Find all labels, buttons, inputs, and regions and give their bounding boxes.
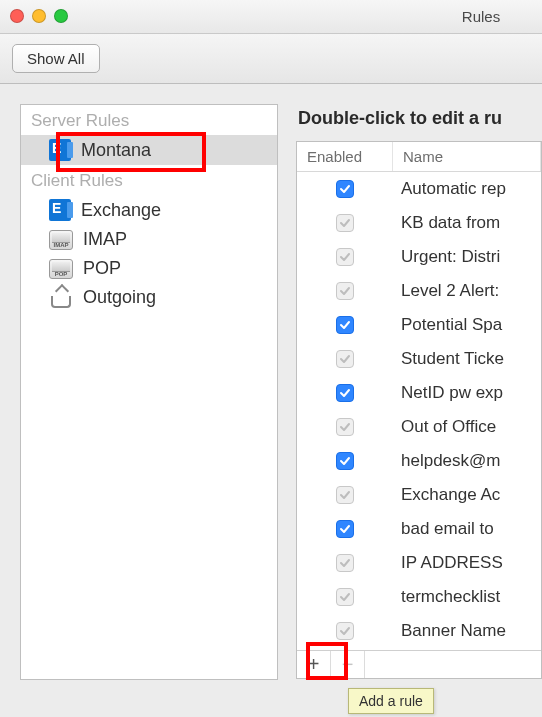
rules-footer: + −	[297, 650, 541, 678]
rule-row[interactable]: Out of Office	[297, 410, 541, 444]
rule-name: Potential Spa	[393, 315, 541, 335]
rule-name: Student Ticke	[393, 349, 541, 369]
rule-row[interactable]: helpdesk@m	[297, 444, 541, 478]
rule-row[interactable]: Potential Spa	[297, 308, 541, 342]
window-title: Rules	[0, 8, 542, 25]
rules-sidebar: Server Rules Montana Client Rules Exchan…	[20, 104, 278, 680]
rule-enabled-checkbox[interactable]	[336, 486, 354, 504]
column-enabled[interactable]: Enabled	[297, 142, 393, 171]
outgoing-icon	[49, 288, 73, 308]
rule-enabled-checkbox[interactable]	[336, 452, 354, 470]
rule-name: KB data from	[393, 213, 541, 233]
rule-enabled-checkbox[interactable]	[336, 554, 354, 572]
sidebar-item-imap[interactable]: IMAP IMAP	[21, 225, 277, 254]
rule-row[interactable]: Urgent: Distri	[297, 240, 541, 274]
rule-row[interactable]: Student Ticke	[297, 342, 541, 376]
sidebar-item-exchange[interactable]: Exchange	[21, 195, 277, 225]
rule-row[interactable]: Automatic rep	[297, 172, 541, 206]
rule-row[interactable]: KB data from	[297, 206, 541, 240]
rule-enabled-checkbox[interactable]	[336, 248, 354, 266]
window-traffic-lights	[10, 9, 68, 23]
rule-row[interactable]: termchecklist	[297, 580, 541, 614]
rule-enabled-checkbox[interactable]	[336, 622, 354, 640]
mail-icon: POP	[49, 259, 73, 279]
window-titlebar: Rules	[0, 0, 542, 34]
sidebar-item-pop[interactable]: POP POP	[21, 254, 277, 283]
rule-name: Banner Name	[393, 621, 541, 641]
rule-name: IP ADDRESS	[393, 553, 541, 573]
rule-row[interactable]: NetID pw exp	[297, 376, 541, 410]
rule-name: Exchange Ac	[393, 485, 541, 505]
rules-heading: Double-click to edit a ru	[296, 104, 542, 141]
sidebar-item-outgoing[interactable]: Outgoing	[21, 283, 277, 312]
exchange-icon	[49, 139, 71, 161]
rule-row[interactable]: IP ADDRESS	[297, 546, 541, 580]
rule-enabled-checkbox[interactable]	[336, 520, 354, 538]
sidebar-item-label: POP	[83, 258, 121, 279]
rule-enabled-checkbox[interactable]	[336, 214, 354, 232]
sidebar-item-label: Montana	[81, 140, 151, 161]
rule-name: Level 2 Alert:	[393, 281, 541, 301]
rule-name: Automatic rep	[393, 179, 541, 199]
rule-row[interactable]: bad email to	[297, 512, 541, 546]
sidebar-item-label: IMAP	[83, 229, 127, 250]
rule-name: bad email to	[393, 519, 541, 539]
rules-main: Double-click to edit a ru Enabled Name A…	[296, 104, 542, 717]
mail-icon: IMAP	[49, 230, 73, 250]
sidebar-item-montana[interactable]: Montana	[21, 135, 277, 165]
rule-enabled-checkbox[interactable]	[336, 282, 354, 300]
toolbar: Show All	[0, 34, 542, 84]
client-rules-header: Client Rules	[21, 165, 277, 195]
rule-enabled-checkbox[interactable]	[336, 384, 354, 402]
rule-enabled-checkbox[interactable]	[336, 350, 354, 368]
rule-enabled-checkbox[interactable]	[336, 180, 354, 198]
sidebar-item-label: Outgoing	[83, 287, 156, 308]
rule-row[interactable]: Level 2 Alert:	[297, 274, 541, 308]
rules-table: Enabled Name Automatic repKB data fromUr…	[296, 141, 542, 679]
rule-enabled-checkbox[interactable]	[336, 418, 354, 436]
rules-table-body: Automatic repKB data fromUrgent: DistriL…	[297, 172, 541, 650]
zoom-window-button[interactable]	[54, 9, 68, 23]
close-window-button[interactable]	[10, 9, 24, 23]
show-all-button[interactable]: Show All	[12, 44, 100, 73]
column-name[interactable]: Name	[393, 142, 541, 171]
rule-name: termchecklist	[393, 587, 541, 607]
rules-table-header: Enabled Name	[297, 142, 541, 172]
rule-name: helpdesk@m	[393, 451, 541, 471]
add-rule-tooltip: Add a rule	[348, 688, 434, 714]
exchange-icon	[49, 199, 71, 221]
remove-rule-button[interactable]: −	[331, 651, 365, 678]
rule-name: NetID pw exp	[393, 383, 541, 403]
sidebar-item-label: Exchange	[81, 200, 161, 221]
minimize-window-button[interactable]	[32, 9, 46, 23]
rule-enabled-checkbox[interactable]	[336, 588, 354, 606]
rule-name: Out of Office	[393, 417, 541, 437]
rule-row[interactable]: Exchange Ac	[297, 478, 541, 512]
rule-row[interactable]: Banner Name	[297, 614, 541, 648]
server-rules-header: Server Rules	[21, 105, 277, 135]
rule-name: Urgent: Distri	[393, 247, 541, 267]
add-rule-button[interactable]: +	[297, 651, 331, 678]
rule-enabled-checkbox[interactable]	[336, 316, 354, 334]
